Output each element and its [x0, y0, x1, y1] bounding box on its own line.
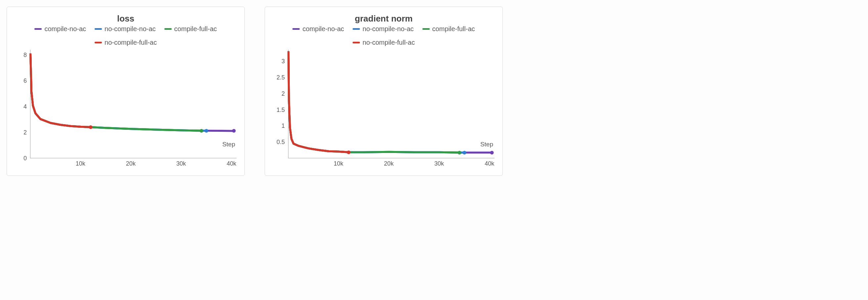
legend-item-no-compile-full-ac[interactable]: no-compile-full-ac	[13, 39, 239, 46]
legend-label: no-compile-no-ac	[363, 25, 414, 33]
x-tick-label: 10k	[334, 160, 343, 167]
y-tick-label: 2.5	[277, 74, 285, 81]
line-layer	[30, 50, 237, 158]
line-layer	[288, 50, 495, 158]
series-endpoint-no-compile-no-ac[interactable]	[462, 151, 466, 154]
legend-label: no-compile-full-ac	[363, 39, 415, 46]
series-endpoint-compile-full-ac[interactable]	[458, 151, 461, 154]
y-axis: 02468	[13, 48, 29, 158]
legend-swatch	[95, 28, 102, 30]
series-line-compile-no-ac	[288, 51, 492, 153]
y-tick-label: 2	[281, 90, 285, 97]
y-tick-label: 3	[281, 58, 285, 65]
x-axis: 10k20k30k40k	[30, 159, 237, 168]
plot-region[interactable]: Step	[288, 50, 495, 158]
chart-legend: compile-no-ac no-compile-no-ac compile-f…	[271, 25, 497, 46]
legend-item-compile-full-ac[interactable]: compile-full-ac	[423, 25, 475, 33]
chart-title: loss	[13, 13, 239, 24]
series-line-compile-full-ac	[288, 51, 460, 153]
series-line-no-compile-full-ac	[30, 54, 91, 127]
y-tick-label: 0	[24, 155, 27, 162]
y-axis: 0.511.522.53	[271, 48, 287, 158]
y-tick-label: 2	[24, 129, 27, 136]
series-line-compile-full-ac	[30, 54, 202, 131]
charts-row: loss compile-no-ac no-compile-no-ac comp…	[7, 7, 861, 176]
chart-title: gradient norm	[271, 13, 497, 24]
x-tick-label: 30k	[176, 160, 186, 167]
chart-legend: compile-no-ac no-compile-no-ac compile-f…	[13, 25, 239, 46]
series-endpoint-no-compile-no-ac[interactable]	[205, 129, 208, 132]
series-endpoint-compile-no-ac[interactable]	[232, 129, 236, 133]
series-endpoint-compile-no-ac[interactable]	[490, 151, 494, 154]
legend-swatch	[164, 28, 172, 30]
x-tick-label: 40k	[226, 160, 236, 167]
legend-label: no-compile-full-ac	[104, 39, 157, 46]
series-line-no-compile-full-ac	[288, 51, 349, 152]
legend-swatch	[423, 28, 430, 30]
legend-item-no-compile-no-ac[interactable]: no-compile-no-ac	[95, 25, 156, 33]
series-line-compile-no-ac	[30, 54, 234, 131]
y-tick-label: 6	[24, 77, 27, 84]
legend-label: compile-no-ac	[44, 25, 86, 33]
legend-item-compile-no-ac[interactable]: compile-no-ac	[292, 25, 344, 33]
legend-swatch	[95, 42, 102, 44]
legend-item-compile-no-ac[interactable]: compile-no-ac	[34, 25, 86, 33]
x-axis-label: Step	[480, 141, 493, 148]
legend-swatch	[352, 42, 360, 44]
plot-region[interactable]: Step	[30, 50, 237, 158]
legend-swatch	[292, 28, 300, 30]
y-tick-label: 4	[24, 103, 27, 110]
legend-swatch	[34, 28, 42, 30]
legend-item-no-compile-no-ac[interactable]: no-compile-no-ac	[352, 25, 414, 33]
legend-label: no-compile-no-ac	[104, 25, 156, 33]
chart-plot-area: 02468 Step 10k20k30k40k	[13, 48, 239, 168]
legend-label: compile-full-ac	[432, 25, 475, 33]
y-tick-label: 1.5	[277, 106, 285, 113]
x-tick-label: 40k	[485, 160, 494, 167]
chart-plot-area: 0.511.522.53 Step 10k20k30k40k	[271, 48, 497, 168]
series-endpoint-no-compile-full-ac[interactable]	[347, 150, 351, 154]
y-tick-label: 1	[281, 122, 285, 130]
chart-panel-loss: loss compile-no-ac no-compile-no-ac comp…	[7, 7, 245, 176]
legend-item-compile-full-ac[interactable]: compile-full-ac	[164, 25, 217, 33]
legend-label: compile-full-ac	[174, 25, 217, 33]
x-tick-label: 30k	[434, 160, 444, 167]
x-tick-label: 10k	[76, 160, 85, 167]
legend-label: compile-no-ac	[302, 25, 344, 33]
x-axis: 10k20k30k40k	[288, 159, 495, 168]
legend-item-no-compile-full-ac[interactable]: no-compile-full-ac	[271, 39, 497, 46]
series-line-no-compile-no-ac	[30, 54, 207, 131]
x-axis-label: Step	[222, 141, 235, 148]
y-tick-label: 8	[24, 51, 27, 58]
series-endpoint-no-compile-full-ac[interactable]	[89, 125, 93, 129]
y-tick-label: 0.5	[277, 139, 285, 146]
x-tick-label: 20k	[384, 160, 394, 167]
legend-swatch	[352, 28, 360, 30]
series-line-no-compile-no-ac	[288, 51, 464, 153]
x-tick-label: 20k	[126, 160, 135, 167]
series-endpoint-compile-full-ac[interactable]	[199, 129, 203, 132]
chart-panel-gradnorm: gradient norm compile-no-ac no-compile-n…	[265, 7, 503, 176]
